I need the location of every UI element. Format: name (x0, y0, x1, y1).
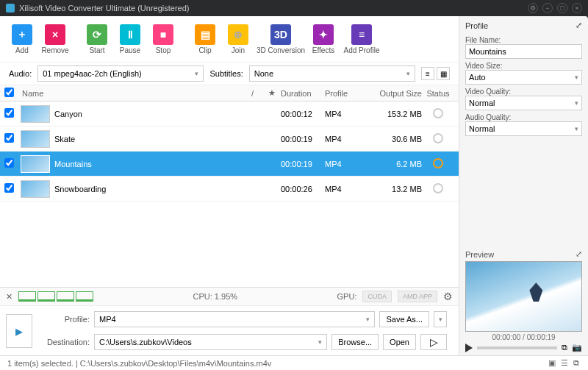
close-sys-icon[interactable]: ✕ (6, 292, 12, 302)
prev-frame-icon[interactable]: ⧉ (562, 343, 567, 352)
row-profile: MP4 (325, 135, 369, 143)
file-name-label: File Name: (465, 36, 582, 44)
expand-icon[interactable]: ⤢ (576, 21, 582, 30)
chevron-down-icon: ▾ (195, 70, 198, 77)
audio-dropdown[interactable]: 01 mpeg4aac-2ch (English)▾ (37, 65, 204, 82)
row-checkbox[interactable] (4, 158, 14, 168)
3d-conversion-button[interactable]: 3D3D Conversion (255, 19, 306, 59)
select-all-checkbox[interactable] (4, 88, 14, 97)
statusbar: 1 item(s) selected. | C:\Users\s.zubkov\… (0, 355, 588, 370)
video-quality-dropdown[interactable]: Normal▾ (465, 96, 582, 110)
open-button[interactable]: Open (383, 334, 416, 350)
clock-icon (433, 183, 443, 193)
profile-dropdown[interactable]: MP4▾ (94, 311, 375, 327)
grid-view-button[interactable]: ▦ (437, 67, 450, 80)
col-duration[interactable]: Duration (281, 89, 325, 98)
save-as-menu[interactable]: ▾ (434, 311, 447, 327)
statusbar-text: 1 item(s) selected. | C:\Users\s.zubkov\… (7, 359, 271, 368)
effects-button[interactable]: ✦Effects (307, 19, 340, 59)
maximize-icon[interactable]: □ (557, 3, 567, 13)
status-icon-2[interactable]: ☰ (561, 358, 568, 367)
video-size-label: Video Size: (465, 62, 582, 70)
audio-subtitle-row: Audio: 01 mpeg4aac-2ch (English)▾ Subtit… (0, 63, 459, 85)
table-row[interactable]: Canyon00:00:12MP4153.2 MB (0, 102, 459, 127)
gpu-label: GPU: (337, 292, 357, 301)
add-profile-button[interactable]: ≡Add Profile (340, 19, 383, 59)
video-quality-label: Video Quality: (465, 88, 582, 96)
join-button[interactable]: ⊕Join (222, 19, 254, 59)
save-as-button[interactable]: Save As... (379, 311, 429, 327)
clock-icon (433, 133, 443, 143)
row-profile: MP4 (325, 160, 369, 168)
browse-button[interactable]: Browse... (331, 334, 379, 350)
profile-label: Profile: (43, 315, 90, 324)
col-profile[interactable]: Profile (325, 89, 369, 98)
col-star[interactable]: ★ (263, 88, 281, 98)
gear-icon[interactable]: ⚙ (443, 291, 453, 302)
close-icon[interactable]: × (572, 3, 582, 13)
status-icon-1[interactable]: ▣ (548, 358, 556, 367)
row-output-size: 13.2 MB (369, 185, 422, 193)
video-size-dropdown[interactable]: Auto▾ (465, 70, 582, 85)
output-format-icon[interactable]: ▸ (6, 314, 32, 348)
subtitles-dropdown[interactable]: None▾ (249, 65, 415, 82)
thumbnail (21, 180, 50, 198)
status-icon-3[interactable]: ⧉ (573, 358, 579, 367)
gpu-cuda[interactable]: CUDA (362, 291, 392, 302)
pause-button[interactable]: ⅡPause (114, 19, 146, 59)
row-profile: MP4 (325, 110, 369, 118)
thumbnail (21, 155, 50, 173)
table-row[interactable]: Snowboarding00:00:26MP413.2 MB (0, 177, 459, 202)
row-duration: 00:00:12 (281, 110, 325, 118)
chevron-down-icon: ▾ (406, 70, 410, 77)
destination-input[interactable]: C:\Users\s.zubkov\Videos▾ (94, 334, 327, 350)
row-name: Mountains (54, 160, 281, 168)
window-title: Xilisoft Video Converter Ultimate (Unreg… (19, 4, 190, 13)
clock-icon (433, 158, 443, 168)
row-duration: 00:00:26 (281, 185, 325, 193)
row-name: Skate (54, 135, 281, 143)
list-view-button[interactable]: ≡ (421, 67, 434, 80)
settings-icon[interactable]: ⚙ (528, 3, 538, 13)
row-checkbox[interactable] (4, 133, 14, 143)
row-duration: 00:00:19 (281, 135, 325, 143)
stop-button[interactable]: ■Stop (147, 19, 179, 59)
play-button[interactable] (465, 344, 473, 352)
audio-quality-dropdown[interactable]: Normal▾ (465, 121, 582, 136)
thumbnail (21, 130, 50, 148)
col-status[interactable]: Status (422, 89, 454, 98)
cpu-bars (18, 291, 93, 302)
col-name[interactable]: Name (19, 89, 251, 98)
row-profile: MP4 (325, 185, 369, 193)
destination-label: Destination: (43, 338, 90, 346)
row-checkbox[interactable] (4, 183, 14, 193)
row-checkbox[interactable] (4, 108, 14, 118)
titlebar: Xilisoft Video Converter Ultimate (Unreg… (0, 0, 588, 16)
app-icon (6, 4, 15, 13)
preview-time: 00:00:00 / 00:00:19 (465, 333, 582, 341)
cpu-label: CPU: 1.95% (99, 292, 331, 301)
toolbar: ＋Add ×Remove ⟳Start ⅡPause ■Stop ▤Clip ⊕… (0, 16, 459, 63)
gpu-amd[interactable]: AMD APP (398, 291, 437, 302)
row-name: Canyon (54, 110, 281, 118)
subtitles-label: Subtitles: (209, 69, 243, 78)
convert-button[interactable]: ▷ (420, 334, 447, 350)
seek-slider[interactable] (477, 346, 557, 349)
snapshot-icon[interactable]: 📷 (572, 343, 582, 352)
file-name-input[interactable]: Mountains (465, 44, 582, 59)
preview-title: Preview (465, 250, 494, 259)
audio-label: Audio: (9, 69, 32, 78)
table-row[interactable]: Mountains00:00:19MP46.2 MB (0, 152, 459, 177)
col-output-size[interactable]: Output Size (369, 89, 422, 98)
preview-expand-icon[interactable]: ⤢ (576, 249, 582, 259)
preview-image (465, 261, 582, 332)
minimize-icon[interactable]: − (542, 3, 553, 13)
audio-quality-label: Audio Quality: (465, 113, 582, 121)
output-section: ▸ Profile: MP4▾ Save As... ▾ Destination… (0, 305, 459, 355)
remove-button[interactable]: ×Remove (39, 19, 71, 59)
add-button[interactable]: ＋Add (6, 19, 38, 59)
file-table: Canyon00:00:12MP4153.2 MBSkate00:00:19MP… (0, 102, 459, 287)
table-row[interactable]: Skate00:00:19MP430.6 MB (0, 127, 459, 152)
clip-button[interactable]: ▤Clip (189, 19, 221, 59)
start-button[interactable]: ⟳Start (81, 19, 113, 59)
